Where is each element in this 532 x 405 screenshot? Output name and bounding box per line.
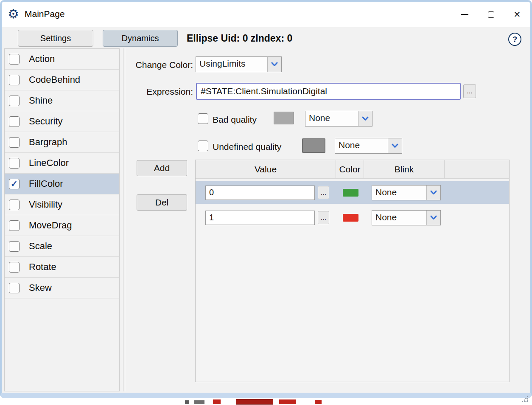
maximize-icon [488, 11, 494, 18]
sidebar-item-checkbox[interactable] [9, 96, 20, 106]
minimize-icon [461, 14, 468, 15]
expression-input[interactable] [196, 83, 461, 100]
toolbar: Settings Dynamics Ellipse Uid: 0 zIndex:… [2, 27, 530, 49]
column-header-extra[interactable] [445, 160, 509, 178]
minimize-button[interactable] [451, 2, 478, 27]
chevron-down-icon[interactable] [426, 211, 440, 225]
sidebar-item-checkbox[interactable] [9, 137, 20, 148]
color-swatch[interactable] [343, 189, 358, 197]
sidebar-item-security[interactable]: Security [5, 111, 119, 132]
title-bar[interactable]: ⚙ MainPage ✕ [2, 2, 530, 27]
color-swatch[interactable] [343, 214, 358, 222]
sidebar-item-movedrag[interactable]: MoveDrag [5, 215, 119, 236]
table-header: Value Color Blink [196, 160, 509, 179]
sidebar-item-label: FillColor [29, 178, 63, 189]
value-browse-button[interactable]: ... [318, 186, 329, 199]
help-icon: ? [512, 35, 518, 44]
table-body: ... None ... None [196, 181, 509, 229]
sidebar-item-shine[interactable]: Shine [5, 90, 119, 111]
value-input[interactable] [205, 186, 315, 200]
sidebar-item-label: MoveDrag [29, 220, 72, 231]
sidebar-item-checkbox[interactable] [9, 283, 20, 293]
sidebar-item-label: Skew [29, 282, 52, 293]
value-browse-button[interactable]: ... [318, 211, 329, 224]
del-button[interactable]: Del [137, 194, 187, 211]
column-header-value[interactable]: Value [196, 160, 336, 178]
sidebar-item-skew[interactable]: Skew [5, 278, 119, 298]
sidebar-item-linecolor[interactable]: LineColor [5, 153, 119, 174]
background-app-fragment [279, 399, 296, 404]
tab-dynamics[interactable]: Dynamics [103, 30, 178, 47]
blink-value: None [372, 186, 426, 200]
page-title: Ellipse Uid: 0 zIndex: 0 [187, 30, 292, 47]
close-button[interactable]: ✕ [504, 2, 530, 27]
background-app-fragment [194, 400, 204, 404]
sidebar-item-checkbox[interactable] [9, 241, 20, 252]
background-window-strip [0, 398, 532, 405]
table-row[interactable]: ... None [196, 181, 509, 204]
background-app-fragment [236, 399, 273, 405]
expression-label: Expression: [142, 87, 193, 97]
bad-quality-blink-select[interactable]: None [305, 111, 372, 127]
sidebar-item-label: Security [29, 116, 62, 127]
sidebar-item-label: Bargraph [29, 137, 67, 148]
blink-select[interactable]: None [372, 210, 441, 225]
tab-settings[interactable]: Settings [18, 30, 93, 47]
chevron-down-icon[interactable] [388, 138, 402, 153]
sidebar-item-checkbox[interactable] [9, 200, 20, 210]
blink-select[interactable]: None [372, 185, 441, 200]
chevron-down-icon[interactable] [267, 57, 281, 72]
sidebar-item-label: Action [29, 53, 55, 65]
splitter-handle[interactable] [123, 48, 125, 391]
change-color-label: Change Color: [127, 60, 193, 70]
sidebar-item-visibility[interactable]: Visibility [5, 194, 119, 215]
bad-quality-color-swatch[interactable] [274, 112, 294, 124]
background-app-fragment [213, 399, 221, 404]
app-gear-icon: ⚙ [8, 7, 19, 21]
screen: ⚙ MainPage ✕ Settings Dynamics Ellipse U… [0, 0, 532, 405]
column-header-color[interactable]: Color [336, 160, 364, 178]
close-icon: ✕ [514, 9, 521, 20]
sidebar-item-codebehind[interactable]: CodeBehind [5, 70, 119, 90]
undefined-quality-blink-value: None [335, 138, 388, 153]
values-table: Value Color Blink ... None ... None [195, 160, 510, 382]
undefined-quality-checkbox[interactable] [198, 141, 208, 151]
undefined-quality-blink-select[interactable]: None [335, 138, 402, 154]
table-row[interactable]: ... None [196, 206, 509, 229]
change-color-select[interactable]: UsingLimits [196, 56, 282, 72]
undefined-quality-color-swatch[interactable] [302, 138, 325, 153]
maximize-button[interactable] [478, 2, 504, 27]
help-button[interactable]: ? [508, 33, 521, 46]
sidebar-item-label: Shine [29, 95, 53, 106]
sidebar-item-label: CodeBehind [29, 74, 80, 85]
value-input[interactable] [205, 211, 315, 225]
sidebar-item-label: Visibility [29, 199, 62, 210]
undefined-quality-label: Undefined quality [213, 142, 281, 152]
sidebar-item-checkbox[interactable] [9, 54, 20, 65]
sidebar-item-checkbox[interactable] [9, 220, 20, 231]
sidebar-item-checkbox[interactable] [9, 158, 20, 169]
mainpage-window: ⚙ MainPage ✕ Settings Dynamics Ellipse U… [0, 0, 532, 398]
bad-quality-label: Bad quality [213, 115, 257, 125]
column-header-blink[interactable]: Blink [364, 160, 445, 178]
expression-browse-button[interactable]: ... [463, 84, 476, 98]
sidebar-item-checkbox[interactable] [9, 75, 20, 85]
sidebar-item-scale[interactable]: Scale [5, 236, 119, 257]
sidebar-item-bargraph[interactable]: Bargraph [5, 132, 119, 153]
sidebar-item-checkbox[interactable] [9, 262, 20, 273]
sidebar-item-fillcolor[interactable]: ✓ FillColor [5, 174, 119, 194]
chevron-down-icon[interactable] [426, 186, 440, 200]
background-app-fragment [315, 400, 322, 404]
sidebar-item-label: Scale [29, 241, 52, 252]
window-controls: ✕ [451, 2, 530, 27]
sidebar-item-action[interactable]: Action [5, 49, 119, 70]
bad-quality-blink-value: None [305, 111, 358, 126]
sidebar-item-rotate[interactable]: Rotate [5, 257, 119, 278]
window-title: MainPage [25, 9, 65, 19]
sidebar-item-checkbox[interactable] [9, 116, 20, 127]
bad-quality-checkbox[interactable] [198, 113, 208, 124]
chevron-down-icon[interactable] [358, 111, 372, 126]
sidebar-item-checkbox[interactable]: ✓ [9, 179, 20, 189]
add-button[interactable]: Add [137, 160, 187, 176]
background-app-fragment [185, 400, 189, 404]
